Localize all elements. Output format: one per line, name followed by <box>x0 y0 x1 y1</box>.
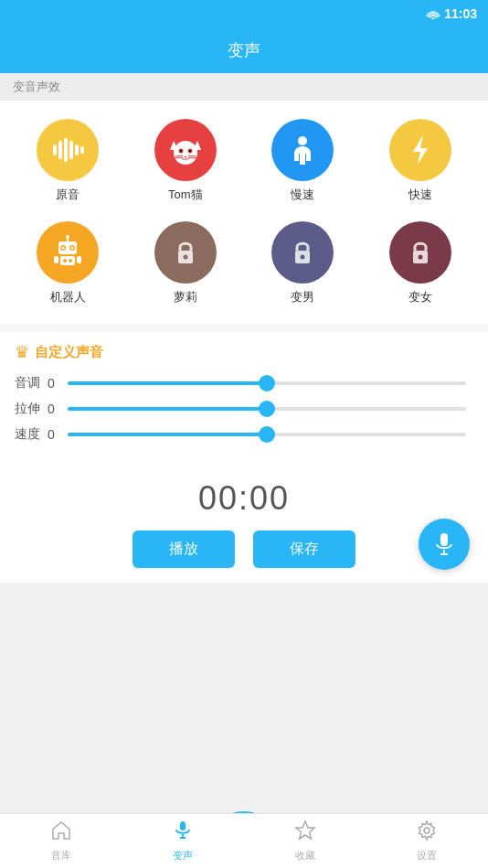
play-button[interactable]: 播放 <box>133 530 235 568</box>
effect-icon-male <box>271 221 334 284</box>
svg-point-11 <box>180 150 182 152</box>
custom-title: ♛ 自定义声音 <box>15 342 473 362</box>
effect-icon-molly <box>154 221 217 284</box>
svg-point-29 <box>69 259 72 263</box>
nav-label-library: 音库 <box>51 849 71 863</box>
status-icons <box>426 8 440 19</box>
svg-point-35 <box>301 255 305 260</box>
slider-stretch-value: 0 <box>42 402 60 416</box>
effect-fast[interactable]: 快速 <box>362 110 480 212</box>
person-icon <box>284 132 321 168</box>
lock-icon-molly <box>167 234 204 271</box>
slider-pitch-value: 0 <box>42 376 60 391</box>
nav-label-favorites: 收藏 <box>295 849 315 863</box>
slider-pitch-row: 音调 0 <box>15 375 473 391</box>
svg-point-21 <box>66 235 69 239</box>
svg-point-33 <box>183 255 187 260</box>
slider-speed-track[interactable] <box>68 433 466 436</box>
slider-stretch-track[interactable] <box>68 407 466 411</box>
lock-icon-male <box>284 234 321 271</box>
nav-label-voice: 变声 <box>173 849 193 863</box>
effect-label-female: 变女 <box>408 289 432 305</box>
slider-speed-value: 0 <box>42 427 60 442</box>
timer-display: 00:00 <box>198 479 290 518</box>
effects-grid: 原音 <box>0 101 488 324</box>
effect-icon-slow <box>271 119 334 181</box>
custom-title-text: 自定义声音 <box>35 344 103 361</box>
slider-stretch-fill <box>68 407 267 411</box>
effect-icon-tom <box>154 119 217 181</box>
mic-nav-icon <box>172 820 194 841</box>
svg-marker-19 <box>413 135 428 165</box>
slider-speed-row: 速度 0 <box>15 426 473 443</box>
slider-pitch-label: 音调 <box>15 375 42 391</box>
mic-float-icon <box>431 531 457 557</box>
nav-icon-library <box>50 820 72 847</box>
effect-molly[interactable]: 萝莉 <box>127 212 245 315</box>
slider-speed-thumb[interactable] <box>259 426 275 443</box>
effect-icon-robot <box>37 221 99 284</box>
slider-stretch-row: 拉伸 0 <box>15 401 473 417</box>
slider-pitch-fill <box>68 381 267 385</box>
effect-label-male: 变男 <box>291 289 314 305</box>
header-title: 变声 <box>228 39 260 61</box>
effect-male[interactable]: 变男 <box>244 212 362 315</box>
slider-stretch-thumb[interactable] <box>259 401 275 417</box>
svg-point-18 <box>298 136 307 145</box>
custom-section: ♛ 自定义声音 音调 0 拉伸 0 速度 0 <box>0 331 488 466</box>
lock-icon-female <box>402 234 439 271</box>
svg-rect-44 <box>180 821 186 830</box>
nav-item-voice[interactable]: 变声 <box>122 820 245 863</box>
effect-female[interactable]: 变女 <box>362 212 480 315</box>
svg-point-26 <box>71 247 74 250</box>
status-time: 11:03 <box>444 6 477 21</box>
svg-rect-2 <box>64 138 68 162</box>
effect-robot[interactable]: 机器人 <box>9 212 127 315</box>
effect-tom[interactable]: Tom猫 <box>127 110 245 212</box>
svg-point-28 <box>63 259 67 263</box>
svg-marker-47 <box>296 821 314 839</box>
house-icon <box>50 820 72 841</box>
nav-icon-favorites <box>294 820 316 847</box>
action-buttons: 播放 保存 <box>133 530 355 568</box>
mic-floating-button[interactable] <box>419 519 470 570</box>
nav-item-library[interactable]: 音库 <box>0 820 122 863</box>
svg-rect-4 <box>75 145 79 155</box>
effect-icon-original <box>37 119 99 181</box>
svg-rect-27 <box>60 256 75 265</box>
slider-pitch-track[interactable] <box>68 381 466 385</box>
nav-item-favorites[interactable]: 收藏 <box>244 820 366 863</box>
svg-rect-1 <box>58 141 62 159</box>
crown-icon: ♛ <box>15 342 29 362</box>
effect-slow[interactable]: 慢速 <box>244 110 362 212</box>
effect-original[interactable]: 原音 <box>9 110 127 212</box>
robot-icon <box>49 234 86 271</box>
svg-rect-30 <box>54 256 58 263</box>
wifi-icon <box>426 8 440 19</box>
bolt-icon <box>402 132 439 168</box>
save-button[interactable]: 保存 <box>253 530 355 568</box>
waveform-icon <box>49 132 86 168</box>
slider-stretch-label: 拉伸 <box>15 401 42 417</box>
svg-rect-3 <box>69 141 73 159</box>
svg-point-48 <box>424 828 430 833</box>
svg-point-8 <box>174 141 197 165</box>
effect-label-molly: 萝莉 <box>174 289 197 305</box>
slider-speed-fill <box>68 433 267 436</box>
svg-rect-31 <box>77 256 81 263</box>
timer-section: 00:00 播放 保存 <box>0 466 488 583</box>
svg-point-37 <box>418 255 422 260</box>
slider-speed-label: 速度 <box>15 426 42 443</box>
nav-item-settings[interactable]: 设置 <box>366 820 489 863</box>
svg-point-25 <box>62 247 65 250</box>
status-bar: 11:03 <box>0 0 488 27</box>
bottom-nav: 音库 变声 收藏 设置 <box>0 813 488 868</box>
empty-area <box>0 583 488 793</box>
slider-pitch-thumb[interactable] <box>259 375 275 391</box>
svg-rect-5 <box>80 146 84 154</box>
nav-icon-settings <box>416 820 438 847</box>
effect-label-original: 原音 <box>56 187 80 203</box>
svg-rect-0 <box>53 145 57 155</box>
star-icon <box>294 820 316 841</box>
effects-section-label: 变音声效 <box>0 73 488 101</box>
